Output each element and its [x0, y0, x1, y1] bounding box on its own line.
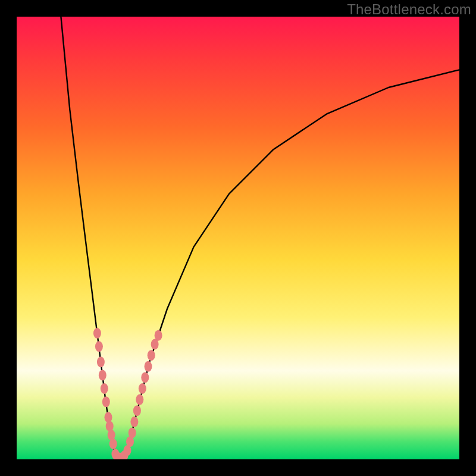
chart-marker-left — [93, 328, 101, 339]
chart-markers — [93, 328, 162, 459]
chart-marker-right — [136, 394, 143, 405]
chart-marker-right — [141, 372, 149, 383]
chart-marker-left — [99, 370, 107, 381]
chart-marker-right — [145, 361, 152, 372]
chart-frame: TheBottleneck.com — [0, 0, 476, 476]
chart-marker-left — [97, 356, 105, 367]
chart-marker-right — [129, 427, 136, 438]
chart-svg — [17, 17, 459, 459]
watermark-text: TheBottleneck.com — [347, 1, 471, 18]
chart-marker-left — [95, 341, 103, 352]
chart-marker-left — [105, 412, 112, 422]
chart-marker-right — [148, 350, 155, 361]
chart-marker-right — [133, 405, 141, 416]
chart-marker-left — [102, 396, 110, 407]
chart-plot-area — [17, 17, 459, 459]
chart-marker-right — [155, 330, 162, 341]
chart-curve — [61, 17, 459, 459]
chart-marker-left — [101, 383, 108, 394]
chart-marker-left — [109, 439, 117, 449]
chart-marker-right — [139, 383, 146, 394]
chart-marker-right — [130, 416, 138, 427]
